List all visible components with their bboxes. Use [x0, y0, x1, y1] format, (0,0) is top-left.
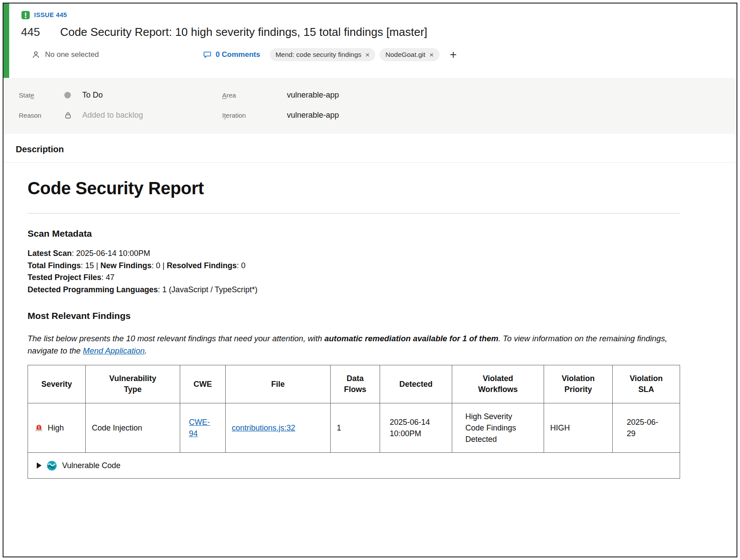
file-cell: contributions.js:32	[226, 403, 331, 453]
workitem-title[interactable]: Code Security Report: 10 high severity f…	[60, 25, 427, 39]
remediation-note: automatic remediation available for 1 of…	[325, 334, 499, 343]
add-tag-button[interactable]: +	[447, 49, 460, 61]
state-todo-icon	[64, 92, 82, 98]
col-file: File	[226, 365, 331, 403]
tested-files-label: Tested Project Files	[28, 273, 101, 282]
col-detected: Detected	[380, 365, 452, 403]
data-flows-cell: 1	[331, 403, 380, 453]
vulnerable-code-row: Vulnerable Code	[28, 453, 680, 479]
iteration-value[interactable]: vulnerable-app	[287, 111, 339, 120]
issue-color-bar	[3, 4, 9, 78]
fields-right-column: Area vulnerable-app Iteration vulnerable…	[222, 85, 737, 125]
vulnerable-code-cell: Vulnerable Code	[28, 453, 680, 479]
findings-table: Severity Vulnerability Type CWE File Dat…	[28, 365, 680, 479]
assignee-picker[interactable]: No one selected	[31, 50, 99, 59]
latest-scan-line: Latest Scan: 2025-06-14 10:00PM	[28, 248, 680, 260]
state-label: State	[19, 91, 64, 99]
lock-icon	[64, 112, 82, 119]
languages-line: Detected Programming Languages: 1 (JavaS…	[28, 284, 680, 296]
issue-type-row: ISSUE 445	[21, 9, 737, 21]
comments-link[interactable]: 0 Comments	[203, 50, 260, 59]
latest-scan-value: 2025-06-14 10:00PM	[76, 249, 150, 258]
issue-type-icon	[21, 10, 30, 20]
resolved-findings-label: Resolved Findings	[167, 261, 237, 270]
new-findings-label: New Findings	[100, 261, 151, 270]
assignee-label: No one selected	[45, 50, 99, 59]
col-violated-workflows: Violated Workflows	[452, 365, 544, 403]
title-row: 445 Code Security Report: 10 high severi…	[21, 25, 737, 39]
vulnerable-code-icon	[46, 460, 57, 471]
description-content: Code Security Report Scan Metadata Lates…	[3, 163, 737, 479]
expand-arrow-icon	[37, 462, 42, 469]
report-title: Code Security Report	[28, 178, 680, 198]
comments-label: 0 Comments	[216, 50, 260, 59]
col-data-flows: Data Flows	[331, 365, 380, 403]
state-value[interactable]: To Do	[82, 91, 103, 100]
new-findings-value: 0	[156, 261, 160, 270]
vulnerable-code-expander[interactable]: Vulnerable Code	[37, 460, 671, 471]
description-section-header: Description	[3, 134, 737, 163]
mend-application-link[interactable]: Mend Application	[83, 346, 145, 355]
tested-files-line: Tested Project Files: 47	[28, 272, 680, 284]
violated-workflows-cell: High Severity Code Findings Detected	[452, 403, 544, 453]
languages-value: 1 (JavaScript / TypeScript*)	[162, 285, 258, 294]
finding-row: High Code Injection CWE-94 contributions…	[28, 403, 680, 453]
cwe-cell: CWE-94	[180, 403, 226, 453]
vulnerable-code-label: Vulnerable Code	[62, 460, 120, 471]
col-violation-sla: Violation SLA	[613, 365, 680, 403]
findings-counts-line: Total Findings: 15 | New Findings: 0 | R…	[28, 260, 680, 272]
cwe-link[interactable]: CWE-94	[189, 418, 210, 438]
detected-cell: 2025-06-14 10:00PM	[380, 403, 452, 453]
scan-metadata-block: Latest Scan: 2025-06-14 10:00PM Total Fi…	[28, 248, 680, 296]
violation-sla-cell: 2025-06-29	[613, 403, 680, 453]
tag-remove-icon[interactable]: ×	[365, 51, 370, 59]
page-frame: ISSUE 445 445 Code Security Report: 10 h…	[3, 3, 737, 557]
tag-list: Mend: code security findings × NodeGoat.…	[270, 48, 459, 61]
tag[interactable]: NodeGoat.git ×	[380, 48, 439, 61]
severity-cell: High	[28, 403, 86, 453]
area-label: Area	[222, 91, 287, 99]
workitem-id: 445	[21, 25, 40, 39]
iteration-label: Iteration	[222, 112, 287, 119]
meta-row: No one selected 0 Comments Mend: code se…	[21, 48, 737, 61]
col-vulnerability-type: Vulnerability Type	[86, 365, 180, 403]
table-header-row: Severity Vulnerability Type CWE File Dat…	[28, 365, 680, 403]
iteration-field: Iteration vulnerable-app	[222, 105, 737, 125]
languages-label: Detected Programming Languages	[28, 285, 158, 294]
fields-left-column: State To Do Reason Added to backlog	[19, 85, 222, 125]
tag-label: Mend: code security findings	[276, 51, 361, 59]
tested-files-value: 47	[106, 273, 115, 282]
divider	[28, 213, 680, 214]
tag-remove-icon[interactable]: ×	[429, 51, 434, 59]
col-violation-priority: Violation Priority	[544, 365, 613, 403]
severity-value: High	[48, 422, 64, 434]
issue-type-label[interactable]: ISSUE 445	[34, 11, 67, 18]
siren-icon	[34, 423, 44, 433]
resolved-findings-value: 0	[241, 261, 245, 270]
state-field: State To Do	[19, 85, 222, 105]
comment-icon	[203, 50, 212, 59]
file-link[interactable]: contributions.js:32	[232, 424, 295, 432]
col-severity: Severity	[28, 365, 86, 403]
reason-value[interactable]: Added to backlog	[82, 111, 143, 120]
reason-label: Reason	[19, 112, 64, 119]
scan-metadata-heading: Scan Metadata	[28, 228, 680, 239]
col-cwe: CWE	[180, 365, 226, 403]
workitem-header: ISSUE 445 445 Code Security Report: 10 h…	[3, 4, 737, 78]
area-value[interactable]: vulnerable-app	[287, 91, 339, 100]
reason-field: Reason Added to backlog	[19, 105, 222, 125]
findings-heading: Most Relevant Findings	[28, 311, 680, 321]
person-icon	[31, 50, 40, 59]
fields-section: State To Do Reason Added to backlog Area…	[3, 78, 737, 134]
latest-scan-label: Latest Scan	[28, 249, 72, 258]
total-findings-label: Total Findings	[28, 261, 81, 270]
total-findings-value: 15	[85, 261, 94, 270]
violation-priority-cell: HIGH	[544, 403, 613, 453]
findings-intro: The list below presents the 10 most rele…	[28, 332, 680, 357]
tag[interactable]: Mend: code security findings ×	[270, 48, 375, 61]
area-field: Area vulnerable-app	[222, 85, 737, 105]
vulnerability-type-cell: Code Injection	[86, 403, 180, 453]
tag-label: NodeGoat.git	[385, 51, 425, 59]
